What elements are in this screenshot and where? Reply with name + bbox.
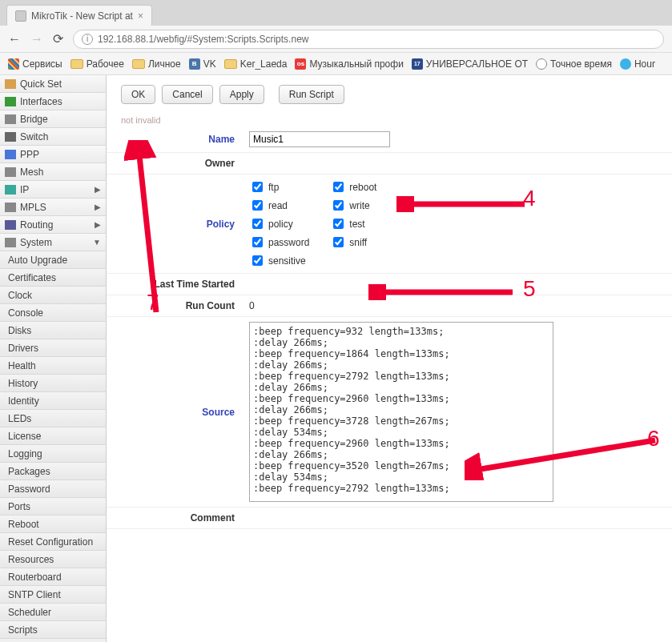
policy-reboot-checkbox[interactable] <box>333 182 344 192</box>
info-icon[interactable]: i <box>82 34 93 45</box>
sidebar-sub-identity[interactable]: Identity <box>0 392 106 410</box>
annotation-7: 7 <box>147 290 159 315</box>
annotation-4: 4 <box>523 186 536 211</box>
sidebar-item-ip[interactable]: IP▶ <box>0 181 106 199</box>
bookmarks-bar: СервисыРабочееЛичноеBVKKer_LaedaosМузыка… <box>0 53 672 75</box>
policy-password-checkbox[interactable] <box>252 237 263 247</box>
sidebar-sub-disks[interactable]: Disks <box>0 322 106 339</box>
name-input[interactable] <box>249 131 390 147</box>
sidebar-sub-health[interactable]: Health <box>0 357 106 375</box>
label-last-time: Last Time Started <box>107 279 235 290</box>
bookmark-ker_laeda[interactable]: Ker_Laeda <box>224 58 288 70</box>
policy-write-checkbox[interactable] <box>333 200 344 211</box>
cancel-button[interactable]: Cancel <box>162 85 212 104</box>
sidebar-sub-clock[interactable]: Clock <box>0 287 106 304</box>
sidebar-sub-reset-configuration[interactable]: Reset Configuration <box>0 533 106 551</box>
sidebar-sub-routerboard[interactable]: Routerboard <box>0 568 106 586</box>
bookmark-vk[interactable]: BVK <box>189 58 216 70</box>
webfig-sidebar: Quick SetInterfacesBridgeSwitchPPPMeshIP… <box>0 75 107 642</box>
sidebar-item-routing[interactable]: Routing▶ <box>0 216 106 234</box>
action-button-row: OK Cancel Apply Run Script <box>107 75 672 114</box>
sidebar-sub-auto-upgrade[interactable]: Auto Upgrade <box>0 251 106 269</box>
annotation-6: 6 <box>647 426 660 451</box>
status-hint: not invalid <box>107 114 672 126</box>
policy-test[interactable]: test <box>330 216 376 231</box>
source-textarea[interactable] <box>249 322 553 502</box>
run-script-button[interactable]: Run Script <box>279 85 344 104</box>
url-text: 192.168.88.1/webfig/#System:Scripts.Scri… <box>98 34 308 45</box>
sidebar-sub-reboot[interactable]: Reboot <box>0 516 106 533</box>
sidebar-item-bridge[interactable]: Bridge <box>0 110 106 128</box>
bookmark-универсальное от[interactable]: 17УНИВЕРСАЛЬНОЕ ОТ <box>412 58 528 70</box>
policy-read-checkbox[interactable] <box>252 200 263 211</box>
sidebar-sub-history[interactable]: History <box>0 375 106 392</box>
sidebar-item-interfaces[interactable]: Interfaces <box>0 93 106 110</box>
policy-sensitive[interactable]: sensitive <box>249 253 309 268</box>
sidebar-sub-certificates[interactable]: Certificates <box>0 269 106 287</box>
sidebar-sub-sntp-client[interactable]: SNTP Client <box>0 586 106 604</box>
policy-test-checkbox[interactable] <box>333 219 344 229</box>
label-source: Source <box>107 407 235 418</box>
apply-button[interactable]: Apply <box>219 85 264 104</box>
sidebar-sub-password[interactable]: Password <box>0 480 106 498</box>
sidebar-item-switch[interactable]: Switch <box>0 128 106 146</box>
sidebar-item-mpls[interactable]: MPLS▶ <box>0 199 106 216</box>
label-run-count: Run Count <box>107 300 235 311</box>
sidebar-sub-drivers[interactable]: Drivers <box>0 339 106 357</box>
policy-policy-checkbox[interactable] <box>252 219 263 229</box>
policy-reboot[interactable]: reboot <box>330 179 376 195</box>
sidebar-sub-leds[interactable]: LEDs <box>0 410 106 427</box>
policy-policy[interactable]: policy <box>249 216 309 231</box>
sidebar-item-quick-set[interactable]: Quick Set <box>0 75 106 93</box>
policy-ftp[interactable]: ftp <box>249 179 309 195</box>
close-icon[interactable]: × <box>138 10 143 22</box>
bookmark-точное время[interactable]: Точное время <box>536 58 612 70</box>
bookmark-сервисы[interactable]: Сервисы <box>8 58 62 70</box>
sidebar-sub-console[interactable]: Console <box>0 304 106 322</box>
back-icon[interactable]: ← <box>8 32 21 46</box>
label-name: Name <box>107 134 235 145</box>
policy-write[interactable]: write <box>330 198 376 213</box>
forward-icon[interactable]: → <box>30 32 43 46</box>
policy-sniff-checkbox[interactable] <box>333 237 344 247</box>
browser-tab[interactable]: MikroTik - New Script at × <box>6 5 152 26</box>
bookmark-личное[interactable]: Личное <box>132 58 181 70</box>
policy-sniff[interactable]: sniff <box>330 235 376 250</box>
sidebar-sub-license[interactable]: License <box>0 427 106 445</box>
favicon <box>15 10 26 22</box>
sidebar-sub-packages[interactable]: Packages <box>0 463 106 480</box>
url-bar[interactable]: i 192.168.88.1/webfig/#System:Scripts.Sc… <box>73 30 664 49</box>
sidebar-sub-scripts[interactable]: Scripts <box>0 621 106 639</box>
ok-button[interactable]: OK <box>121 85 155 104</box>
content-pane: OK Cancel Apply Run Script not invalid N… <box>107 75 672 642</box>
run-count-value: 0 <box>249 300 255 311</box>
sidebar-sub-ports[interactable]: Ports <box>0 498 106 516</box>
annotation-5: 5 <box>523 276 536 302</box>
sidebar-sub-resources[interactable]: Resources <box>0 551 106 568</box>
bookmark-рабочее[interactable]: Рабочее <box>70 58 124 70</box>
label-policy: Policy <box>107 219 235 230</box>
policy-read[interactable]: read <box>249 198 309 213</box>
sidebar-item-system[interactable]: System▼ <box>0 234 106 251</box>
tab-title: MikroTik - New Script at <box>31 10 133 22</box>
sidebar-item-ppp[interactable]: PPP <box>0 146 106 163</box>
sidebar-item-mesh[interactable]: Mesh <box>0 163 106 181</box>
browser-tab-bar: MikroTik - New Script at × <box>0 0 672 26</box>
reload-icon[interactable]: ⟳ <box>53 31 63 46</box>
sidebar-sub-logging[interactable]: Logging <box>0 445 106 463</box>
policy-sensitive-checkbox[interactable] <box>252 255 263 266</box>
label-owner: Owner <box>107 158 235 169</box>
policy-grid: ftprebootreadwritepolicytestpasswordsnif… <box>249 179 376 268</box>
bookmark-hour[interactable]: Hour <box>620 58 655 70</box>
label-comment: Comment <box>107 512 235 524</box>
policy-password[interactable]: password <box>249 235 309 250</box>
sidebar-sub-scheduler[interactable]: Scheduler <box>0 604 106 621</box>
policy-ftp-checkbox[interactable] <box>252 182 263 192</box>
bookmark-музыкальный профи[interactable]: osМузыкальный профи <box>295 58 403 70</box>
browser-nav-bar: ← → ⟳ i 192.168.88.1/webfig/#System:Scri… <box>0 26 672 53</box>
